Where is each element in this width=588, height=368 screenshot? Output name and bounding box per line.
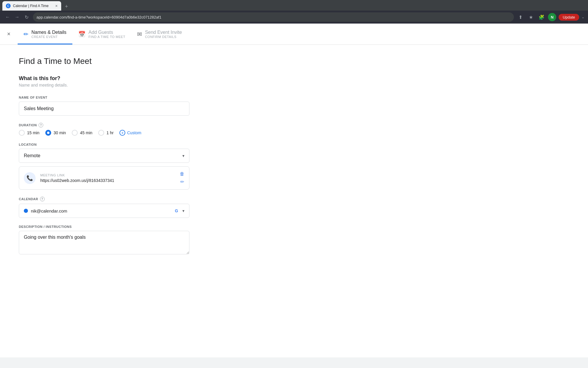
- tab-title: Calendar | Find A Time: [13, 4, 53, 8]
- location-group: LOCATION Remote ▾ 📞 MEETING LINK https:/…: [19, 143, 193, 190]
- location-dropdown[interactable]: Remote ▾: [19, 149, 189, 163]
- user-avatar[interactable]: N: [548, 13, 556, 21]
- description-input[interactable]: Going over this month's goals: [19, 231, 189, 254]
- plus-icon: +: [119, 130, 125, 136]
- step3-name: Send Event Invite: [145, 30, 182, 35]
- page-title: Find a Time to Meet: [19, 57, 193, 66]
- calendar-help-icon[interactable]: ?: [40, 197, 45, 201]
- calendar-icon: 📅: [78, 31, 86, 38]
- wizard-steps: × ✏ Names & Details CREATE EVENT 📅 Add G…: [0, 24, 588, 45]
- close-button[interactable]: ×: [7, 31, 11, 37]
- forward-button[interactable]: →: [13, 13, 21, 21]
- calendar-email: nik@calendar.com: [31, 208, 171, 213]
- wizard-step-names-details[interactable]: ✏ Names & Details CREATE EVENT: [18, 24, 72, 44]
- step3-sub: CONFIRM DETAILS: [145, 35, 182, 39]
- duration-options: 15 min 30 min 45 min 1 hr: [19, 130, 193, 136]
- back-button[interactable]: ←: [4, 13, 12, 21]
- description-group: DESCRIPTION / INSTRUCTIONS Going over th…: [19, 225, 193, 256]
- event-name-group: NAME OF EVENT: [19, 96, 193, 116]
- event-name-input[interactable]: [19, 102, 189, 116]
- address-bar-row: ← → ↻ app.calendar.com/find-a-time?works…: [0, 11, 588, 24]
- calendar-group: CALENDAR ? nik@calendar.com G ▾: [19, 197, 193, 218]
- calendar-selector[interactable]: nik@calendar.com G ▾: [19, 204, 189, 218]
- calendar-chevron-icon: ▾: [182, 208, 184, 213]
- meeting-link-card: 📞 MEETING LINK https://us02web.zoom.us/j…: [19, 166, 189, 190]
- meeting-link-info: MEETING LINK https://us02web.zoom.us/j/8…: [40, 173, 175, 183]
- delete-link-button[interactable]: 🗑: [180, 171, 184, 177]
- location-value: Remote: [24, 153, 40, 158]
- nav-buttons: ← → ↻: [4, 13, 31, 21]
- step1-sub: CREATE EVENT: [31, 35, 66, 39]
- step2-info: Add Guests FIND A TIME TO MEET: [89, 30, 125, 39]
- active-tab[interactable]: C Calendar | Find A Time ×: [2, 1, 61, 11]
- address-text: app.calendar.com/find-a-time?workspaceId…: [36, 15, 161, 19]
- radio-1hr-label: 1 hr: [106, 130, 114, 135]
- step3-info: Send Event Invite CONFIRM DETAILS: [145, 30, 182, 39]
- radio-30-label: 30 min: [54, 130, 66, 135]
- main-content: Find a Time to Meet What is this for? Na…: [0, 45, 212, 274]
- link-actions: 🗑 ✏: [180, 171, 184, 185]
- meeting-link-url: https://us02web.zoom.us/j/81634337341: [40, 178, 175, 183]
- step1-info: Names & Details CREATE EVENT: [31, 30, 66, 39]
- duration-group: DURATION ? 15 min 30 min 45 min: [19, 123, 193, 136]
- radio-15-circle: [19, 130, 25, 136]
- wizard-step-add-guests[interactable]: 📅 Add Guests FIND A TIME TO MEET: [72, 24, 131, 44]
- step2-name: Add Guests: [89, 30, 125, 35]
- location-label: LOCATION: [19, 143, 193, 146]
- radio-15-label: 15 min: [27, 130, 39, 135]
- radio-45-label: 45 min: [80, 130, 92, 135]
- app-container: × ✏ Names & Details CREATE EVENT 📅 Add G…: [0, 24, 588, 357]
- step1-name: Names & Details: [31, 30, 66, 35]
- duration-label: DURATION ?: [19, 123, 193, 127]
- custom-label: Custom: [127, 130, 141, 135]
- tab-bar: C Calendar | Find A Time × +: [0, 0, 588, 11]
- location-chevron-icon: ▾: [182, 153, 184, 158]
- toolbar-icons: ⬆ ★ 🧩 N Update ⌄: [516, 13, 584, 21]
- duration-option-30[interactable]: 30 min: [45, 130, 66, 136]
- google-g-icon: G: [174, 208, 179, 214]
- radio-1hr-circle: [98, 130, 104, 136]
- share-icon[interactable]: ⬆: [516, 13, 524, 21]
- duration-option-1hr[interactable]: 1 hr: [98, 130, 114, 136]
- phone-icon: 📞: [24, 172, 36, 184]
- send-icon: ✉: [137, 31, 142, 38]
- address-bar[interactable]: app.calendar.com/find-a-time?workspaceId…: [33, 12, 514, 22]
- refresh-button[interactable]: ↻: [22, 13, 31, 21]
- radio-30-circle: [45, 130, 51, 136]
- extensions-icon[interactable]: 🧩: [537, 13, 546, 21]
- duration-help-icon[interactable]: ?: [39, 123, 43, 127]
- new-tab-button[interactable]: +: [62, 2, 71, 11]
- step2-sub: FIND A TIME TO MEET: [89, 35, 125, 39]
- event-name-label: NAME OF EVENT: [19, 96, 193, 99]
- meeting-link-label: MEETING LINK: [40, 173, 175, 177]
- bookmark-icon[interactable]: ★: [527, 13, 535, 21]
- custom-duration-button[interactable]: + Custom: [119, 130, 141, 136]
- section-subtitle: Name and meeting details.: [19, 83, 193, 87]
- edit-link-button[interactable]: ✏: [180, 179, 184, 185]
- tab-favicon: C: [6, 4, 11, 8]
- duration-option-15[interactable]: 15 min: [19, 130, 39, 136]
- update-button[interactable]: Update: [559, 14, 579, 21]
- duration-option-45[interactable]: 45 min: [72, 130, 92, 136]
- pencil-icon: ✏: [24, 31, 29, 38]
- calendar-color-dot: [24, 209, 28, 213]
- tab-close-icon[interactable]: ×: [55, 4, 58, 8]
- calendar-label: CALENDAR ?: [19, 197, 193, 201]
- wizard-step-send-invite[interactable]: ✉ Send Event Invite CONFIRM DETAILS: [131, 24, 188, 44]
- description-label: DESCRIPTION / INSTRUCTIONS: [19, 225, 193, 228]
- section-title: What is this for?: [19, 75, 193, 82]
- radio-45-circle: [72, 130, 78, 136]
- browser-chevron-icon[interactable]: ⌄: [582, 15, 584, 19]
